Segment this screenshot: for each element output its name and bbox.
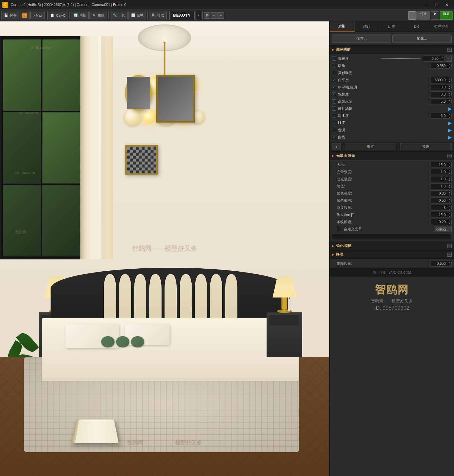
refresh-button[interactable]: 🔄 刷新: [71, 11, 89, 20]
tab-dr[interactable]: DR: [404, 21, 429, 32]
streak-count-input[interactable]: [430, 206, 447, 210]
th-spin-down[interactable]: ▼: [447, 186, 451, 189]
curve-checkbox[interactable]: [332, 135, 336, 139]
play-icon-btn[interactable]: ▶: [431, 11, 439, 20]
beauty-dropdown[interactable]: ▼: [195, 11, 201, 20]
wb-spin-down[interactable]: ▼: [447, 80, 451, 83]
gm-spin-up[interactable]: ▲: [447, 84, 451, 87]
highlight-checkbox[interactable]: [332, 99, 336, 104]
reset-label[interactable]: 重置: [345, 143, 396, 150]
load-file-button[interactable]: 加载...: [392, 35, 452, 43]
lut-checkbox[interactable]: [332, 121, 336, 125]
clear-button[interactable]: ✕ 擦除: [89, 11, 107, 20]
white-balance-input[interactable]: [430, 78, 447, 82]
edit-button[interactable]: 编辑器...: [434, 226, 452, 232]
toning-arrow-icon[interactable]: ▶: [448, 126, 452, 134]
add-button[interactable]: +: [332, 143, 341, 150]
zoom-out-button[interactable]: −: [217, 12, 224, 19]
gm-checkbox[interactable]: [332, 85, 336, 89]
gm-spin-down[interactable]: ▼: [447, 87, 451, 90]
threshold-input[interactable]: [430, 184, 447, 188]
exposure-spin-down[interactable]: ▼: [440, 59, 444, 62]
sb-spin-down[interactable]: ▼: [447, 222, 451, 225]
section-glow-flare[interactable]: ▶ 光晕 & 眩光: [330, 151, 454, 160]
section-sharpen-blur[interactable]: ▶ 锐化/模糊: [330, 242, 454, 250]
wb-spin-up[interactable]: ▲: [447, 77, 451, 80]
denoise-amount-input[interactable]: [430, 262, 447, 266]
photo-exposure-checkbox[interactable]: [332, 71, 336, 75]
da-spin-down[interactable]: ▼: [447, 264, 451, 267]
color-strength-input[interactable]: [430, 191, 447, 195]
denoise-checkbox[interactable]: [447, 253, 452, 257]
tab-history[interactable]: 历史: [379, 21, 404, 32]
film-filter-arrow-icon[interactable]: ▶: [448, 105, 452, 112]
csh-spin-up[interactable]: ▲: [447, 198, 451, 201]
fs-spin-down[interactable]: ▼: [447, 179, 451, 182]
con-spin-up[interactable]: ▲: [447, 113, 451, 116]
hl-spin-down[interactable]: ▼: [447, 101, 451, 104]
contrast-checkbox[interactable]: [332, 114, 336, 118]
sat-spin-down[interactable]: ▼: [447, 94, 451, 97]
sc-spin-down[interactable]: ▼: [447, 208, 451, 211]
sat-spin-up[interactable]: ▲: [447, 91, 451, 94]
color-mapping-checkbox[interactable]: [447, 48, 452, 52]
cs-spin-down[interactable]: ▼: [447, 193, 451, 196]
contrast-input[interactable]: [430, 114, 447, 118]
save-button[interactable]: 💾 保存: [1, 11, 19, 20]
maximize-button[interactable]: □: [432, 0, 442, 10]
glow-strength-input[interactable]: [430, 170, 447, 174]
preset-label[interactable]: 预设: [400, 143, 452, 150]
gm-input[interactable]: [430, 85, 447, 89]
section-denoise[interactable]: ▶ 降噪: [330, 250, 454, 259]
exposure-checkbox[interactable]: [332, 57, 336, 61]
hl-spin-up[interactable]: ▲: [447, 98, 451, 101]
color-swatch[interactable]: [408, 11, 417, 20]
custom-light-checkbox[interactable]: [337, 227, 341, 231]
csh-spin-down[interactable]: ▼: [447, 201, 451, 203]
exposure-input[interactable]: [423, 57, 440, 61]
save-file-button[interactable]: 保存...: [332, 35, 391, 43]
da-spin-up[interactable]: ▲: [447, 261, 451, 264]
curve-arrow-icon[interactable]: ▶: [448, 134, 452, 141]
max-button[interactable]: > Max: [30, 11, 45, 20]
minimize-button[interactable]: −: [422, 0, 431, 10]
tab-stats[interactable]: 统计: [355, 21, 380, 32]
exposure-extra-btn[interactable]: ≡: [446, 56, 452, 62]
zoom-in-button[interactable]: +: [211, 12, 217, 19]
gamma-spin-down[interactable]: ▼: [447, 66, 451, 69]
tab-postprocess[interactable]: 后期: [330, 21, 355, 32]
flare-strength-input[interactable]: [430, 177, 447, 181]
size-spin-down[interactable]: ▼: [447, 165, 451, 168]
exposure-slider[interactable]: [381, 58, 421, 59]
gamma-checkbox[interactable]: [332, 64, 336, 68]
tab-light-mix[interactable]: 灯光混合: [429, 21, 454, 32]
size-spin-up[interactable]: ▲: [447, 162, 451, 165]
toning-checkbox[interactable]: [332, 128, 336, 132]
section-color-mapping[interactable]: ▶ 颜色映射: [330, 45, 454, 54]
ctrlc-button[interactable]: 📋 Ctrl+C: [47, 11, 68, 20]
color-shift-input[interactable]: [430, 198, 447, 203]
streak-blur-input[interactable]: [430, 220, 447, 224]
highlight-input[interactable]: [430, 99, 447, 104]
size-input[interactable]: [430, 163, 447, 167]
tools-button[interactable]: 🔧 工具: [110, 11, 128, 20]
zoom-fit-button[interactable]: ⊞: [204, 12, 210, 19]
region-button[interactable]: ⬜ 区域: [128, 11, 146, 20]
gs-spin-down[interactable]: ▼: [447, 172, 451, 175]
sb-spin-up[interactable]: ▲: [447, 219, 451, 222]
gamma-input[interactable]: [430, 64, 447, 68]
close-button[interactable]: ✕: [442, 0, 452, 10]
pick-button[interactable]: 🔍 拾取: [149, 11, 167, 20]
gs-spin-up[interactable]: ▲: [447, 169, 451, 172]
th-spin-up[interactable]: ▲: [447, 183, 451, 186]
rotation-input[interactable]: [430, 213, 447, 217]
sharpen-blur-checkbox[interactable]: [447, 244, 452, 248]
stop-button[interactable]: 停止: [417, 11, 430, 20]
rot-spin-up[interactable]: ▲: [447, 212, 451, 215]
exposure-spin-up[interactable]: ▲: [440, 56, 444, 59]
render-button[interactable]: 渲染: [440, 11, 453, 20]
cs-spin-up[interactable]: ▲: [447, 190, 451, 193]
gamma-spin-up[interactable]: ▲: [447, 63, 451, 66]
saturation-input[interactable]: [430, 92, 447, 96]
lut-arrow-icon[interactable]: ▶: [448, 119, 452, 126]
